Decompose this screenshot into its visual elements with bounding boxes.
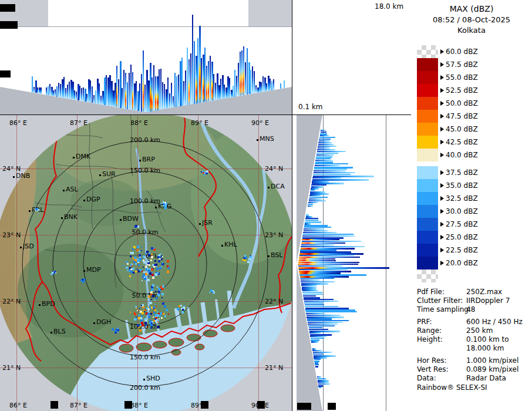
legend-color-swatch — [417, 123, 438, 136]
cross-section-echo-bar — [187, 48, 188, 105]
cross-section-echo-bar — [304, 230, 328, 231]
legend-value-label: 27.5 dBZ — [446, 220, 478, 228]
cross-section-echo-bar — [301, 244, 335, 245]
radar-echo-pixel — [181, 311, 184, 314]
radar-echo-pixel — [145, 319, 147, 322]
cross-section-echo-bar — [247, 48, 248, 95]
cross-section-echo-bar — [210, 56, 211, 101]
metadata-label: Time sampling: — [417, 305, 466, 314]
cross-section-echo-bar — [315, 364, 319, 365]
radar-echo-pixel — [157, 326, 159, 328]
tick-mark-box — [50, 401, 58, 409]
radar-display-window: 18.0 km 0.1 km — [0, 0, 532, 411]
legend-entry: 27.5 dBZ — [411, 218, 532, 231]
legend-color-swatch — [417, 166, 438, 179]
cross-section-echo-bar — [206, 66, 207, 102]
legend-value-label: 40.0 dBZ — [446, 151, 478, 159]
legend-arrow-icon — [440, 153, 444, 157]
cross-section-echo-bar — [215, 83, 216, 100]
cross-section-echo-bar — [69, 82, 70, 99]
legend-entry: 50.0 dBZ — [411, 97, 532, 110]
radar-echo-pixel — [148, 269, 150, 272]
cross-section-echo-bar — [192, 15, 193, 104]
radar-echo-pixel — [143, 310, 144, 311]
legend-arrow-icon — [440, 209, 444, 214]
cross-section-echo-bar — [299, 257, 359, 258]
legend-value-label: 30.0 dBZ — [446, 207, 478, 215]
metadata-value: 48 — [466, 305, 475, 314]
radar-echo-pixel — [135, 263, 137, 265]
legend-arrow-icon — [440, 88, 444, 93]
legend-color-swatch — [417, 205, 438, 218]
radar-echo-pixel — [162, 262, 163, 264]
metadata-row: PRF:600 Hz / 450 Hz — [417, 318, 530, 326]
cross-section-echo-bar — [280, 83, 281, 89]
legend-value-label: 25.0 dBZ — [446, 233, 478, 241]
radar-echo-pixel — [161, 293, 164, 295]
metadata-value: Radar Data — [466, 374, 506, 383]
cross-section-echo-bar — [308, 324, 337, 325]
cross-section-echo-bar — [162, 82, 163, 109]
cross-section-echo-bar — [164, 84, 165, 109]
radar-echo-pixel — [137, 245, 139, 248]
cross-section-echo-bar — [169, 93, 170, 108]
radar-echo-pixel — [138, 315, 140, 316]
legend-value-label: 42.5 dBZ — [446, 138, 478, 146]
cross-section-echo-bar — [46, 87, 47, 95]
cross-section-echo-bar — [305, 220, 319, 221]
metadata-row: 18.000 km — [417, 344, 530, 353]
radar-echo-pixel — [148, 254, 150, 257]
cross-section-echo-bar — [81, 88, 82, 101]
cross-section-echo-bar — [319, 137, 335, 138]
legend-entry: 22.5 dBZ — [411, 244, 532, 257]
radar-echo-pixel — [141, 315, 143, 317]
cross-section-echo-bar — [92, 86, 93, 103]
radar-echo-pixel — [54, 271, 56, 272]
radar-echo-pixel — [153, 306, 155, 309]
metadata-row: Clutter Filter:IIRDoppler 7 — [417, 297, 530, 305]
radar-echo-pixel — [182, 309, 184, 311]
cross-section-echo-bar — [255, 85, 257, 93]
cross-section-echo-bar — [315, 163, 348, 164]
radar-echo-pixel — [180, 305, 182, 306]
tick-mark-box — [0, 21, 18, 29]
cross-section-echo-bar — [178, 75, 179, 106]
radar-echo-pixel — [160, 203, 161, 204]
radar-echo-pixel — [164, 305, 166, 308]
product-datetime: 08:52 / 08-Oct-2025 — [411, 15, 532, 25]
cross-section-echo-bar — [307, 315, 341, 316]
cross-section-echo-bar — [130, 65, 132, 110]
radar-echo-pixel — [157, 272, 159, 274]
legend-value-label: 55.0 dBZ — [446, 73, 478, 82]
radar-echo-pixel — [134, 318, 136, 321]
radar-echo-pixel — [139, 327, 140, 328]
radar-echo-pixel — [162, 313, 163, 314]
radar-echo-pixel — [153, 312, 155, 314]
radar-echo-pixel — [117, 328, 119, 329]
radar-echo-pixel — [161, 297, 163, 298]
cross-section-echo-bar — [41, 87, 42, 94]
radar-echo-pixel — [139, 308, 140, 309]
cross-section-echo-bar — [123, 70, 124, 109]
cross-section-echo-bar — [305, 218, 318, 219]
legend-value-label: 45.0 dBZ — [446, 125, 478, 133]
radar-echo-pixel — [204, 175, 205, 176]
cross-section-echo-bar — [311, 341, 318, 343]
radar-echo-pixel — [150, 294, 152, 295]
cross-section-echo-bar — [261, 82, 262, 92]
radar-echo-pixel — [143, 267, 144, 268]
cross-section-echo-bar — [176, 76, 177, 107]
legend-entry: 42.5 dBZ — [411, 136, 532, 149]
radar-echo-pixel — [151, 254, 153, 255]
cross-section-echo-bar — [313, 353, 323, 355]
cross-section-echo-bar — [236, 76, 237, 96]
cross-section-echo-bar — [208, 61, 209, 101]
cross-section-echo-bar — [197, 38, 198, 103]
radar-echo-pixel — [150, 327, 152, 329]
cross-section-echo-bar — [318, 142, 331, 143]
radar-echo-pixel — [143, 261, 146, 264]
cross-section-echo-bar — [301, 242, 345, 244]
radar-echo-pixel — [156, 268, 159, 270]
cross-section-echo-bar — [90, 80, 91, 103]
radar-echo-pixel — [178, 309, 179, 311]
